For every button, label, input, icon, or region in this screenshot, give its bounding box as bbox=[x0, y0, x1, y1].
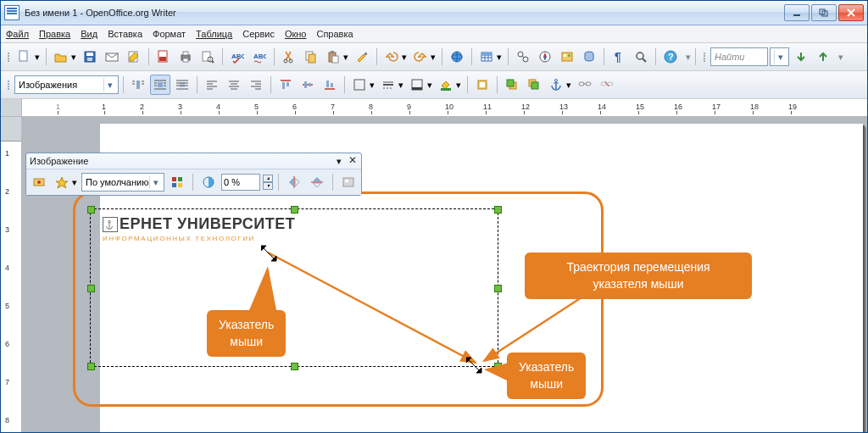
bg-color-button[interactable]: ▾ bbox=[436, 75, 456, 95]
ruler-tick: 7 bbox=[331, 103, 335, 111]
vertical-ruler[interactable]: 12345678 bbox=[1, 117, 22, 432]
unlink-frames-button[interactable] bbox=[597, 75, 617, 95]
frame-properties-button[interactable] bbox=[338, 172, 359, 192]
menu-window[interactable]: Окно bbox=[285, 29, 307, 39]
open-button[interactable]: ▾ bbox=[51, 47, 71, 67]
frame-props-button[interactable] bbox=[472, 75, 492, 95]
handle-nw[interactable] bbox=[87, 206, 95, 214]
handle-w[interactable] bbox=[87, 285, 95, 292]
menu-file[interactable]: Файл bbox=[6, 29, 29, 39]
minimize-button[interactable] bbox=[784, 4, 810, 21]
search-down-button[interactable] bbox=[791, 47, 811, 67]
line-color-button[interactable]: ▾ bbox=[407, 75, 427, 95]
find-replace-button[interactable] bbox=[513, 47, 533, 67]
align-bottom-button[interactable] bbox=[320, 75, 340, 95]
title-bar: Без имени 1 - OpenOffice.org Writer bbox=[1, 1, 867, 25]
menu-insert[interactable]: Вставка bbox=[108, 29, 142, 39]
menu-service[interactable]: Сервис bbox=[242, 29, 275, 39]
paste-button[interactable]: ▾ bbox=[323, 47, 343, 67]
search-up-button[interactable] bbox=[813, 47, 833, 67]
menu-help[interactable]: Справка bbox=[316, 29, 353, 39]
edit-doc-button[interactable] bbox=[124, 47, 144, 67]
copy-button[interactable] bbox=[301, 47, 321, 67]
menu-view[interactable]: Вид bbox=[81, 29, 97, 39]
undo-button[interactable]: ▾ bbox=[381, 47, 402, 67]
horizontal-ruler[interactable]: 112345678910111213141516171819 bbox=[22, 99, 867, 116]
bring-front-button[interactable] bbox=[502, 75, 522, 95]
ruler-tick: 5 bbox=[254, 103, 259, 111]
export-pdf-button[interactable] bbox=[153, 47, 174, 67]
email-button[interactable] bbox=[102, 47, 122, 67]
toolbar-grip-2[interactable] bbox=[702, 47, 707, 66]
toolbar-grip[interactable] bbox=[6, 47, 11, 66]
flip-horizontal-button[interactable] bbox=[284, 172, 304, 192]
color-button[interactable] bbox=[167, 172, 187, 192]
filter-button[interactable] bbox=[29, 172, 49, 192]
redo-button[interactable]: ▾ bbox=[410, 47, 431, 67]
borders-button[interactable]: ▾ bbox=[349, 75, 370, 95]
ruler-tick: 12 bbox=[521, 103, 530, 111]
align-left-button[interactable] bbox=[202, 75, 222, 95]
transparency-spinner[interactable]: ▴▾ bbox=[263, 175, 273, 190]
handle-sw[interactable] bbox=[87, 363, 95, 370]
wrap-off-button[interactable] bbox=[128, 75, 148, 95]
gallery-button[interactable] bbox=[557, 47, 577, 67]
image-toolbar-close-button[interactable]: ✕ bbox=[348, 156, 358, 166]
table-button[interactable]: ▾ bbox=[476, 47, 497, 67]
handle-n[interactable] bbox=[291, 206, 298, 214]
print-preview-button[interactable] bbox=[198, 47, 218, 67]
svg-rect-97 bbox=[507, 80, 514, 86]
search-input[interactable]: Найти bbox=[710, 47, 768, 66]
new-doc-button[interactable]: ▾ bbox=[14, 47, 35, 67]
line-style-button[interactable]: ▾ bbox=[378, 75, 398, 95]
toolbar-grip-3[interactable] bbox=[6, 75, 11, 94]
anchor-button[interactable]: ▾ bbox=[546, 75, 566, 95]
align-right-button[interactable] bbox=[246, 75, 266, 95]
document-canvas[interactable]: ЕРНЕТ УНИВЕРСИТЕТ информационных техноло… bbox=[22, 117, 867, 432]
handle-se[interactable] bbox=[494, 363, 502, 370]
svg-rect-40 bbox=[562, 53, 572, 61]
resize-cursor-icon-2 bbox=[465, 356, 483, 375]
auto-spellcheck-button[interactable]: ABC bbox=[249, 47, 270, 67]
flip-vertical-button[interactable] bbox=[307, 172, 327, 192]
nonprinting-chars-button[interactable]: ¶ bbox=[609, 47, 629, 67]
handle-e[interactable] bbox=[494, 285, 502, 292]
svg-rect-93 bbox=[441, 88, 451, 91]
svg-rect-54 bbox=[158, 82, 163, 87]
cut-button[interactable] bbox=[279, 47, 299, 67]
link-frames-button[interactable] bbox=[575, 75, 595, 95]
zoom-button[interactable] bbox=[631, 47, 651, 67]
graphics-mode-button[interactable]: ▾ bbox=[52, 172, 72, 192]
save-button[interactable] bbox=[80, 47, 100, 67]
data-sources-button[interactable] bbox=[579, 47, 599, 67]
ruler-tick-v: 5 bbox=[5, 302, 9, 310]
menu-format[interactable]: Формат bbox=[153, 29, 186, 39]
menu-table[interactable]: Таблица bbox=[196, 29, 232, 39]
svg-rect-35 bbox=[481, 53, 492, 55]
align-center-h-button[interactable] bbox=[224, 75, 244, 95]
navigator-button[interactable] bbox=[535, 47, 555, 67]
hyperlink-button[interactable] bbox=[447, 47, 467, 67]
handle-ne[interactable] bbox=[494, 206, 502, 214]
send-back-button[interactable] bbox=[524, 75, 544, 95]
close-button[interactable] bbox=[838, 4, 864, 21]
wrap-through-button[interactable] bbox=[172, 75, 192, 95]
maximize-button[interactable] bbox=[811, 4, 837, 21]
image-toolbar-pin-icon[interactable]: ▾ bbox=[334, 156, 344, 166]
help-button[interactable]: ? bbox=[660, 47, 681, 67]
format-paintbrush-button[interactable] bbox=[352, 47, 372, 67]
transparency-field[interactable]: 0 % bbox=[221, 174, 260, 191]
align-top-button[interactable] bbox=[275, 75, 296, 95]
align-middle-button[interactable] bbox=[298, 75, 318, 95]
menu-edit[interactable]: Правка bbox=[39, 29, 70, 39]
selected-image[interactable]: ЕРНЕТ УНИВЕРСИТЕТ информационных техноло… bbox=[103, 215, 295, 242]
print-button[interactable] bbox=[175, 47, 196, 67]
wrap-page-button[interactable] bbox=[150, 75, 170, 95]
svg-point-113 bbox=[37, 180, 41, 184]
image-toolbar-window[interactable]: Изображение ▾ ✕ ▾ По умолчанию▾ 0 % ▴▾ bbox=[25, 153, 362, 196]
spellcheck-button[interactable]: ABC bbox=[227, 47, 248, 67]
handle-s[interactable] bbox=[291, 363, 298, 370]
search-dropdown[interactable]: ▾ bbox=[770, 47, 789, 66]
style-combo[interactable]: Изображения▾ bbox=[14, 75, 119, 94]
graphics-mode-combo[interactable]: По умолчанию▾ bbox=[81, 173, 164, 192]
